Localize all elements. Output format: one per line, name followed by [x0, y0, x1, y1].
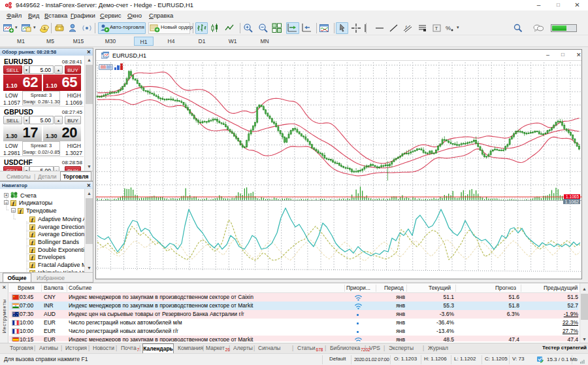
svg-text:1.1062: 1.1062 — [565, 200, 580, 204]
svg-text:1.1065: 1.1065 — [566, 194, 579, 199]
svg-text:%: % — [446, 25, 451, 31]
svg-text:T: T — [435, 26, 438, 31]
svg-text:ƒ: ƒ — [405, 25, 407, 29]
